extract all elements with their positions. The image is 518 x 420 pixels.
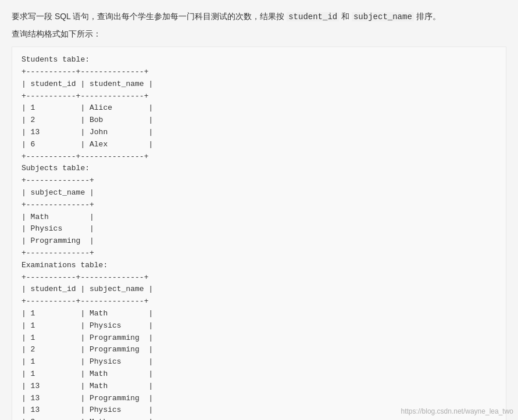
code-subject-name: subject_name [352,12,414,21]
db-tables-content: Students table: +-----------+-----------… [12,46,506,420]
watermark: https://blog.csdn.net/wayne_lea_two [401,407,513,415]
query-desc: 查询结构格式如下所示： [12,29,506,40]
intro-text: 要求写一段 SQL 语句，查询出每个学生参加每一门科目测试的次数，结果按 stu… [12,9,506,24]
code-student-id: student_id [287,12,339,21]
